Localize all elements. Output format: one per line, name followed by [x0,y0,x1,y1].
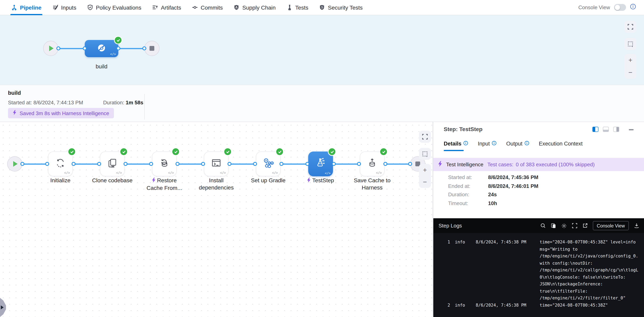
layout-right-icon[interactable] [613,127,619,132]
tab-supply-chain[interactable]: Supply Chain [234,0,276,15]
ci-module-icon [96,42,107,54]
detail-row: Started at:8/6/2024, 7:45:36 PM [448,173,538,182]
tab-input[interactable]: Input [478,141,497,147]
tab-label: Security Tests [328,4,362,10]
connector-port [253,162,257,166]
tab-label: Artifacts [161,4,181,10]
tab-details[interactable]: Details [444,141,468,147]
flask-icon [286,4,292,10]
tab-inputs[interactable]: Inputs [52,0,76,15]
expand-left-panel-handle[interactable] [0,298,6,317]
settings-gear-icon[interactable] [561,223,567,228]
play-icon [13,161,18,167]
step-node-restore-cache[interactable]: </> [152,152,177,176]
stage-started: Started at: 8/6/2024, 7:44:13 PM [8,100,83,106]
success-check-icon [120,148,127,155]
step-label: Set up Gradle [244,177,292,184]
connector-port [124,162,128,166]
success-check-icon [115,37,122,44]
code-icon: </> [376,171,382,175]
step-node-initialize[interactable]: </> [48,152,73,176]
pipeline-end-node [144,41,160,56]
tab-execution-context[interactable]: Execution Context [539,141,583,147]
success-check-icon [380,148,387,155]
marquee-select-button[interactable] [419,148,431,160]
fullscreen-icon[interactable] [572,223,577,228]
step-node-teststep[interactable]: </> [308,152,333,176]
tab-tests[interactable]: Tests [286,0,308,15]
step-node-save-cache[interactable]: </> [360,152,384,176]
clone-codebase-icon [107,158,118,170]
chevron-right-icon [1,306,4,310]
zoom-in-button[interactable]: + [628,57,632,64]
tab-label: Tests [295,4,308,10]
step-logs-body[interactable]: 1 info 8/6/2024, 7:45:38 PM time="2024-0… [433,233,644,308]
info-icon[interactable] [630,4,636,11]
restore-cache-icon [159,158,170,170]
terminal-icon [211,158,222,170]
download-icon[interactable] [634,223,639,228]
connector-port [280,162,284,166]
commit-icon [192,4,198,10]
topnav-right-controls: Console View [578,4,644,11]
zoom-out-button[interactable]: − [628,69,632,76]
connector-port [383,162,387,166]
info-icon [464,141,468,147]
copy-icon[interactable] [551,223,556,228]
tab-security-tests[interactable]: Security Tests [319,0,362,15]
info-icon [524,141,529,147]
steps-start-node [7,156,22,172]
tab-label: Supply Chain [242,4,276,10]
success-check-icon [276,148,283,155]
stage-node-build[interactable]: </> [85,40,118,57]
fit-to-screen-button[interactable] [419,131,431,143]
detail-row: Timeout:10h [448,199,538,208]
stage-summary: build Started at: 8/6/2024, 7:44:13 PM D… [0,85,644,122]
connector-port [357,162,361,166]
panel-layout-switcher [592,127,619,132]
edge-line [58,48,85,49]
fit-to-screen-button[interactable] [624,21,636,33]
ti-test-cases[interactable]: Test cases: 0 of 383 executed (100% skip… [487,162,595,168]
tab-commits[interactable]: Commits [192,0,223,15]
console-view-label: Console View [578,4,610,10]
tab-artifacts[interactable]: Artifacts [152,0,181,15]
zoom-controls: + − [624,54,636,79]
connector-port [306,162,310,166]
search-icon[interactable] [540,223,546,228]
inputs-icon [52,4,58,10]
edge-line [118,48,144,49]
connector-port [116,46,120,50]
step-label: Clone codebase [88,177,136,184]
tab-label: Commits [201,4,223,10]
step-logs-title: Step Logs [438,223,462,229]
console-view-button[interactable]: Console View [593,221,629,230]
connector-port [408,162,412,166]
layout-bottom-icon[interactable] [603,127,609,132]
step-node-set-up-gradle[interactable]: </> [256,152,281,176]
tab-output[interactable]: Output [506,141,529,147]
tab-pipeline[interactable]: Pipeline [11,0,41,15]
success-check-icon [328,148,336,155]
zoom-out-button[interactable]: − [423,178,427,185]
tab-policy-evaluations[interactable]: Policy Evaluations [87,0,141,15]
code-icon: </> [325,172,330,175]
pipeline-execution-page: Pipeline Inputs Policy Evaluations Artif… [0,0,644,317]
open-in-new-icon[interactable] [582,223,588,228]
step-node-clone-codebase[interactable]: </> [100,152,125,176]
save-cache-icon [366,158,378,170]
tab-label: Inputs [61,4,76,10]
marquee-select-button[interactable] [624,38,636,50]
minimize-panel-button[interactable] [629,129,634,130]
connector-port [45,162,49,166]
step-label: TestStep [296,177,344,184]
supply-chain-shield-icon [234,4,240,10]
lightning-icon [13,110,16,116]
console-view-toggle[interactable] [614,4,626,11]
step-node-install-dependencies[interactable]: </> [204,152,229,176]
layout-split-right-icon[interactable] [592,127,598,132]
step-label: Initialize [36,177,84,184]
savings-text: Saved 3m 8s with Harness Intelligence [20,110,109,116]
security-shield-icon [319,4,325,10]
zoom-in-button[interactable]: + [423,166,427,173]
